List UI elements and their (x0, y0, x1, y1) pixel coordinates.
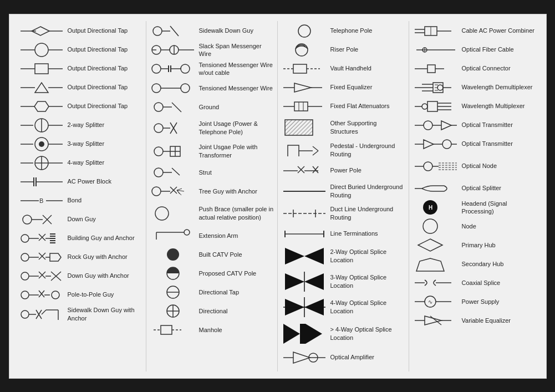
svg-line-146 (313, 146, 318, 151)
list-item: Duct Line Underground Routing (281, 204, 405, 223)
svg-line-95 (172, 103, 181, 112)
list-item: Joint Usgae Pole with Transformer (150, 141, 274, 161)
symbol-tree-guy-anchor (150, 184, 197, 198)
list-item: Pole-to-Pole Guy (18, 287, 142, 303)
svg-marker-208 (441, 121, 451, 130)
svg-point-62 (21, 291, 29, 299)
list-item: 2-way Splitter (18, 118, 142, 133)
list-item: Other Supporting Structures (281, 118, 405, 138)
label: Variable Equalizer (462, 317, 511, 324)
label: Output Directional Tap (68, 83, 128, 91)
symbol-power-supply: ∿ (413, 294, 460, 309)
symbol-4plus-optical-splice (281, 322, 328, 346)
label: Extension Arm (199, 232, 238, 240)
svg-point-55 (21, 272, 29, 280)
symbol-optical-amplifier (281, 349, 328, 366)
svg-point-213 (442, 140, 451, 149)
label: Pole-to-Pole Guy (68, 291, 114, 298)
svg-point-105 (154, 168, 163, 177)
label: Slack Span Messenger Wire (199, 42, 274, 58)
label: Optical Splitter (462, 184, 502, 192)
label: Other Supporting Structures (330, 119, 405, 135)
list-item: Output Directional Tap (18, 42, 142, 58)
symbol-building-guy-anchor (18, 231, 65, 246)
list-item: Fixed Flat Attenuators (281, 99, 405, 114)
label: Optical Connector (462, 64, 511, 72)
symbol-directional-tap-1 (150, 285, 197, 299)
list-item: Wavelength Multiplexer (413, 99, 537, 114)
symbol-wavelength-mux (413, 99, 460, 114)
svg-point-130 (298, 25, 310, 37)
symbol-fixed-equalizer (281, 80, 328, 95)
symbol-down-guy-anchor (18, 269, 65, 283)
svg-point-92 (181, 84, 190, 93)
label: Cable AC Power Combiner (462, 27, 534, 34)
svg-marker-162 (304, 248, 324, 264)
label: Strut (199, 169, 212, 176)
list-item: Sidewalk Down Guy (150, 23, 274, 39)
symbol-direct-buried (281, 182, 328, 201)
list-item: AC Power Block (18, 174, 142, 190)
label: Line Terminations (330, 230, 378, 237)
svg-marker-237 (425, 316, 441, 325)
label: Optical Transmitter (462, 121, 513, 129)
label: Power Pole (330, 166, 361, 174)
symbol-joint-transformer (150, 141, 197, 161)
svg-point-197 (437, 85, 443, 90)
label: Down Guy (68, 215, 96, 223)
symbol-riser-pole (281, 43, 328, 57)
list-item: Down Guy (18, 212, 142, 227)
list-item: Tree Guy with Anchor (150, 184, 274, 199)
symbol-secondary-hub (413, 257, 460, 271)
list-item: Power Pole (281, 163, 405, 179)
symbol-power-pole (281, 164, 328, 178)
column-4: Cable AC Power Combiner Optical Fiber Ca… (409, 21, 541, 371)
list-item: Wavelength Demultiplexer (413, 80, 537, 95)
symbol-line-terminations (281, 227, 328, 241)
symbol-telephone-pole (281, 24, 328, 38)
list-item: Optical Node (413, 155, 537, 177)
svg-point-119 (184, 230, 190, 235)
symbol-4way-optical-splice (281, 296, 328, 318)
list-item: 3-way Splitter (18, 136, 142, 152)
label: Telephone Pole (330, 27, 373, 34)
label: Proposed CATV Pole (199, 269, 257, 277)
svg-point-49 (21, 253, 29, 261)
symbol-cable-ac-power-combiner (413, 24, 460, 38)
label: Manhole (199, 326, 222, 334)
list-item: Output Directional Tap (18, 61, 142, 77)
list-item: Direct Buried Underground Routing (281, 182, 405, 201)
svg-marker-136 (294, 83, 311, 92)
symbol-3way-optical-splice (281, 271, 328, 293)
label: Optical Transmitter (462, 140, 513, 147)
svg-marker-163 (285, 273, 304, 290)
svg-line-147 (313, 151, 318, 155)
symbol-duct-line (281, 204, 328, 223)
svg-marker-229 (416, 258, 444, 271)
list-item: Line Terminations (281, 226, 405, 242)
label: Ground (199, 103, 220, 111)
svg-point-116 (155, 207, 169, 220)
symbol-manhole (150, 323, 197, 337)
symbol-other-supporting (281, 118, 328, 138)
list-item: Fixed Equalizer (281, 80, 405, 95)
label: Bond (68, 196, 82, 204)
list-item: Slack Span Messenger Wire (150, 42, 274, 58)
symbol-vault-handheld (281, 62, 328, 76)
svg-marker-228 (418, 239, 442, 251)
list-item: 4-way Splitter (18, 155, 142, 171)
svg-point-206 (424, 121, 432, 130)
list-item: 4-Way Optical Splice Location (281, 296, 405, 318)
symbol-joint-usage (150, 118, 197, 138)
symbol-3way-splitter (18, 137, 65, 151)
list-item: ∿ Power Supply (413, 294, 537, 309)
list-item: Down Guy with Anchor (18, 268, 142, 284)
list-item: Building Guy and Anchor (18, 231, 142, 246)
svg-point-84 (152, 64, 161, 73)
svg-line-112 (177, 189, 182, 190)
symbol-fixed-flat-attenuators (281, 99, 328, 114)
svg-line-238 (430, 316, 441, 325)
symbol-push-brace (150, 203, 197, 223)
svg-point-68 (21, 310, 29, 318)
list-item: 2-Way Optical Splice Location (281, 245, 405, 267)
